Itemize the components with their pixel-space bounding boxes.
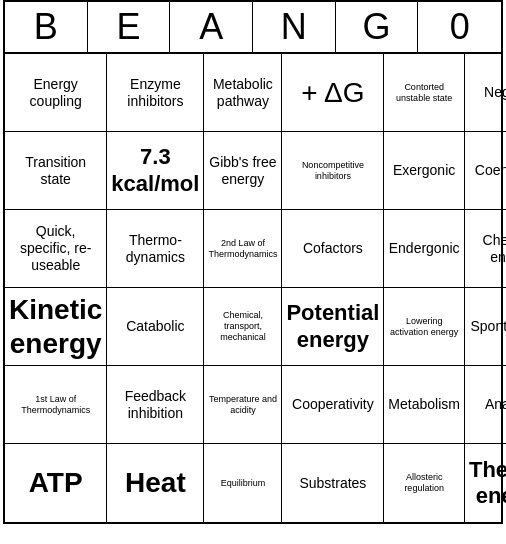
cell-r3-c4: Lowering activation energy	[384, 288, 465, 366]
header-row: BEANG0	[5, 2, 501, 54]
bingo-grid: Energy couplingEnzyme inhibitorsMetaboli…	[5, 54, 501, 522]
header-letter: 0	[418, 2, 501, 52]
cell-r4-c3: Cooperativity	[282, 366, 384, 444]
cell-text: Substrates	[299, 475, 366, 492]
cell-text: Endergonic	[389, 240, 460, 257]
cell-text: Contorted unstable state	[388, 82, 460, 104]
cell-text: 7.3 kcal/mol	[111, 144, 199, 197]
header-letter: N	[253, 2, 336, 52]
cell-text: Feedback inhibition	[111, 388, 199, 422]
cell-r0-c0: Energy coupling	[5, 54, 107, 132]
cell-r0-c4: Contorted unstable state	[384, 54, 465, 132]
cell-text: ATP	[29, 466, 83, 500]
cell-text: Chemical energy	[469, 232, 506, 266]
cell-text: Heat	[125, 466, 186, 500]
cell-text: Kinetic energy	[9, 293, 102, 360]
cell-r5-c1: Heat	[107, 444, 204, 522]
cell-r1-c4: Exergonic	[384, 132, 465, 210]
cell-text: Catabolic	[126, 318, 184, 335]
cell-r5-c5: Thermal energy	[465, 444, 506, 522]
cell-r2-c5: Chemical energy	[465, 210, 506, 288]
cell-r0-c5: Negative	[465, 54, 506, 132]
cell-text: Lowering activation energy	[388, 316, 460, 338]
cell-text: Spontaneous	[470, 318, 506, 335]
cell-text: Anabolic	[485, 396, 506, 413]
cell-text: Potential energy	[286, 300, 379, 353]
cell-r5-c3: Substrates	[282, 444, 384, 522]
cell-text: Allosteric regulation	[388, 472, 460, 494]
cell-r3-c1: Catabolic	[107, 288, 204, 366]
cell-text: Metabolic pathway	[208, 76, 277, 110]
cell-r5-c0: ATP	[5, 444, 107, 522]
cell-r3-c3: Potential energy	[282, 288, 384, 366]
cell-text: Negative	[484, 84, 506, 101]
cell-text: Enzyme inhibitors	[111, 76, 199, 110]
cell-r3-c2: Chemical, transport, mechanical	[204, 288, 282, 366]
cell-r4-c0: 1st Law of Thermodynamics	[5, 366, 107, 444]
cell-r3-c0: Kinetic energy	[5, 288, 107, 366]
cell-r1-c0: Transition state	[5, 132, 107, 210]
cell-r4-c5: Anabolic	[465, 366, 506, 444]
cell-text: Transition state	[9, 154, 102, 188]
cell-r4-c2: Temperature and acidity	[204, 366, 282, 444]
header-letter: A	[170, 2, 253, 52]
cell-text: Thermal energy	[469, 457, 506, 510]
cell-text: Equilibrium	[221, 478, 266, 489]
cell-r2-c3: Cofactors	[282, 210, 384, 288]
cell-r0-c1: Enzyme inhibitors	[107, 54, 204, 132]
cell-r3-c5: Spontaneous	[465, 288, 506, 366]
cell-text: + ΔG	[301, 76, 364, 110]
cell-r5-c4: Allosteric regulation	[384, 444, 465, 522]
cell-text: Noncompetitive inhibitors	[286, 160, 379, 182]
cell-text: Exergonic	[393, 162, 455, 179]
cell-r1-c5: Coenzymes	[465, 132, 506, 210]
cell-r0-c3: + ΔG	[282, 54, 384, 132]
cell-text: Cooperativity	[292, 396, 374, 413]
cell-text: 2nd Law of Thermodynamics	[208, 238, 277, 260]
cell-text: Energy coupling	[9, 76, 102, 110]
cell-text: Temperature and acidity	[208, 394, 277, 416]
header-letter: G	[336, 2, 419, 52]
header-letter: B	[5, 2, 88, 52]
cell-text: Chemical, transport, mechanical	[208, 310, 277, 342]
cell-text: Coenzymes	[475, 162, 506, 179]
cell-text: Cofactors	[303, 240, 363, 257]
cell-r4-c4: Metabolism	[384, 366, 465, 444]
cell-text: Metabolism	[388, 396, 460, 413]
cell-r1-c1: 7.3 kcal/mol	[107, 132, 204, 210]
cell-r4-c1: Feedback inhibition	[107, 366, 204, 444]
cell-text: Gibb's free energy	[208, 154, 277, 188]
cell-r5-c2: Equilibrium	[204, 444, 282, 522]
cell-text: Thermo-dynamics	[111, 232, 199, 266]
cell-r2-c2: 2nd Law of Thermodynamics	[204, 210, 282, 288]
cell-r0-c2: Metabolic pathway	[204, 54, 282, 132]
cell-r2-c1: Thermo-dynamics	[107, 210, 204, 288]
cell-r1-c2: Gibb's free energy	[204, 132, 282, 210]
header-letter: E	[88, 2, 171, 52]
cell-text: 1st Law of Thermodynamics	[9, 394, 102, 416]
cell-text: Quick, specific, re-useable	[9, 223, 102, 273]
cell-r2-c0: Quick, specific, re-useable	[5, 210, 107, 288]
bingo-card: BEANG0 Energy couplingEnzyme inhibitorsM…	[3, 0, 503, 524]
cell-r2-c4: Endergonic	[384, 210, 465, 288]
cell-r1-c3: Noncompetitive inhibitors	[282, 132, 384, 210]
